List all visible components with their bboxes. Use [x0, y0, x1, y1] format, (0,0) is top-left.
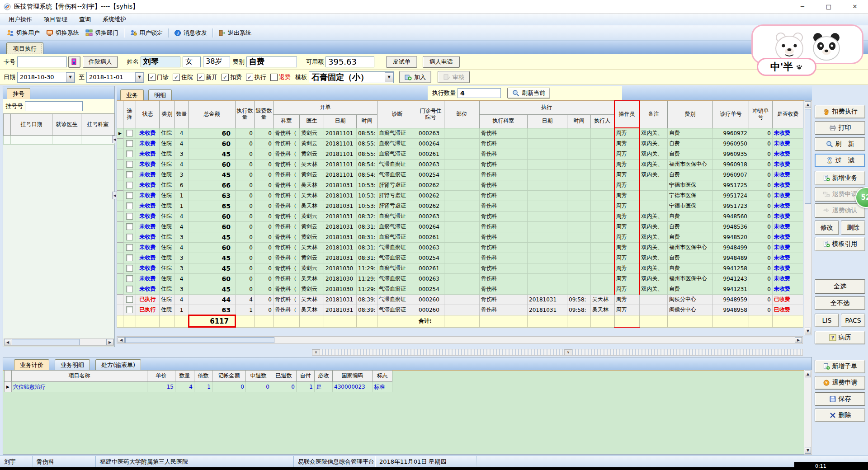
table-row[interactable]: 未收费住院46000骨伤科（吴天林2018110108:54:气滞血瘀证0002…	[117, 159, 803, 169]
row-checkbox[interactable]	[126, 150, 133, 157]
table-row[interactable]: 已执行住院16310骨伤科（吴天林2018103108:39:气滞血瘀证0002…	[117, 305, 803, 315]
table-row[interactable]: 未收费住院46000骨伤科（黄剑云2018110108:55:血瘀气滞证0002…	[117, 138, 803, 149]
business-vscrollbar[interactable]: ▲ ▼	[804, 100, 812, 335]
select-checkbox-cell[interactable]	[123, 211, 136, 221]
patient-phone-button[interactable]: 病人电话	[423, 56, 460, 68]
refund-apply-button[interactable]: ¥退费申请	[815, 376, 865, 390]
scroll-thumb[interactable]	[125, 337, 274, 343]
deduct-execute-button[interactable]: 扣费执行	[815, 105, 865, 118]
row-checkbox[interactable]	[126, 140, 133, 147]
row-checkbox[interactable]	[126, 286, 133, 292]
pacs-button[interactable]: PACS	[841, 314, 865, 327]
template-select[interactable]: 石膏固定（小）▼	[309, 71, 394, 83]
checkbox-扣费[interactable]: ✓	[222, 74, 229, 81]
minimize-button[interactable]: ─	[789, 0, 816, 14]
business-hscrollbar[interactable]: ◀ ▶	[117, 336, 803, 344]
select-checkbox-cell[interactable]	[123, 273, 136, 284]
exec-quantity-input[interactable]	[458, 88, 501, 98]
exit-system-button[interactable]: 退出系统	[215, 27, 255, 39]
row-checkbox[interactable]	[126, 202, 133, 209]
select-checkbox-cell[interactable]	[123, 263, 136, 273]
splitter-collapse-icon[interactable]: ∨	[312, 349, 320, 355]
row-checkbox[interactable]	[126, 234, 133, 240]
table-row[interactable]: 已执行住院44440骨伤科（吴天林2018103108:39:气滞血瘀证0002…	[117, 294, 803, 305]
select-checkbox-cell[interactable]	[123, 169, 136, 180]
row-checkbox[interactable]	[126, 265, 133, 272]
switch-user-button[interactable]: 切换用户	[4, 27, 43, 39]
card-lookup-button[interactable]	[68, 56, 80, 68]
save-button[interactable]: 保存	[815, 392, 865, 406]
select-checkbox-cell[interactable]	[123, 138, 136, 149]
checkbox-门诊[interactable]: ✓	[148, 74, 156, 81]
table-row[interactable]: ▶未收费住院46000骨伤科（黄剑云2018110108:55:血瘀气滞证000…	[117, 128, 803, 138]
registration-hscrollbar[interactable]: ◀ ▶	[4, 338, 114, 346]
scroll-up-icon[interactable]: ▲	[805, 371, 811, 377]
switch-department-button[interactable]: 切换部门	[82, 27, 122, 39]
inpatient-button[interactable]: 住院病人	[83, 56, 118, 68]
scroll-thumb[interactable]	[805, 109, 811, 204]
checkbox-住院[interactable]: ✓	[173, 74, 180, 81]
tab-business-pricing[interactable]: 业务计价	[14, 359, 49, 370]
row-checkbox[interactable]	[126, 213, 133, 220]
table-row[interactable]: 未收费住院46000骨伤科（黄剑云2018103108:32:血瘀气滞证0002…	[117, 211, 803, 221]
table-row[interactable]: 未收费住院16500骨伤科（吴天林2018103110:53:肝肾亏虚证0002…	[117, 201, 803, 211]
table-row[interactable]: 未收费住院66600骨伤科（吴天林2018103110:53:肝肾亏虚证0002…	[117, 180, 803, 190]
switch-system-button[interactable]: 切换系统	[43, 27, 82, 39]
row-checkbox[interactable]	[126, 171, 133, 178]
row-checkbox[interactable]	[126, 244, 133, 251]
tab-prescription[interactable]: 处方(输液单)	[95, 359, 141, 370]
template-quote-button[interactable]: 模板引用	[815, 237, 865, 251]
table-row[interactable]: 未收费住院34500骨伤科（黄剑云2018110108:55:血瘀气滞证0002…	[117, 149, 803, 159]
select-checkbox-cell[interactable]	[123, 242, 136, 253]
select-checkbox-cell[interactable]	[123, 201, 136, 211]
select-checkbox-cell[interactable]	[123, 128, 136, 138]
skin-test-button[interactable]: 皮试单	[386, 56, 417, 68]
row-checkbox[interactable]	[126, 223, 133, 230]
modify-button[interactable]: 修改	[815, 221, 839, 235]
scroll-left-icon[interactable]: ◀	[118, 337, 125, 343]
splitter-collapse-icon[interactable]: ∨	[564, 349, 572, 355]
scroll-thumb[interactable]	[12, 339, 80, 345]
row-checkbox[interactable]	[126, 192, 133, 199]
checkbox-执行[interactable]: ✓	[246, 74, 253, 81]
table-row[interactable]: 未收费住院16300骨伤科（吴天林2018103110:53:肝肾亏虚证0002…	[117, 190, 803, 201]
message-button[interactable]: i消息收发	[171, 27, 210, 39]
select-checkbox-cell[interactable]	[123, 159, 136, 169]
menu-user-operations[interactable]: 用户操作	[3, 14, 38, 25]
table-row[interactable]: 未收费住院34500骨伤科（黄剑云2018103011:29:血瘀气滞证0002…	[117, 263, 803, 273]
row-checkbox[interactable]	[126, 161, 133, 168]
scroll-down-icon[interactable]: ▼	[805, 447, 811, 454]
row-checkbox[interactable]	[126, 182, 133, 188]
scroll-right-icon[interactable]: ▶	[106, 339, 113, 345]
checkbox-新开[interactable]: ✓	[197, 74, 204, 81]
table-row[interactable]: ▶穴位贴敷治疗15410001是430000023标准	[5, 382, 392, 392]
select-checkbox-cell[interactable]	[123, 190, 136, 201]
chevron-down-icon[interactable]: ▼	[385, 72, 393, 82]
delete-button[interactable]: 删除	[815, 409, 865, 422]
menu-query[interactable]: 查询	[73, 14, 97, 25]
scroll-right-icon[interactable]: ▶	[795, 337, 802, 343]
tab-business-detail[interactable]: 业务明细	[55, 359, 90, 370]
table-row[interactable]: 未收费住院34500骨伤科（黄剑云2018103108:31:气滞血瘀证0002…	[117, 253, 803, 263]
select-checkbox-cell[interactable]	[123, 221, 136, 232]
filter-button[interactable]: 过 滤	[815, 154, 865, 167]
refresh-current-button[interactable]: 刷新当前	[507, 88, 550, 99]
row-checkbox[interactable]	[126, 254, 133, 261]
tab-business[interactable]: 业务	[120, 89, 144, 100]
scroll-up-icon[interactable]: ▲	[805, 101, 811, 108]
print-button[interactable]: 打印	[815, 121, 865, 135]
card-no-input[interactable]	[17, 56, 67, 67]
add-button[interactable]: 加入	[399, 71, 431, 83]
table-row[interactable]: 未收费住院34500骨伤科（黄剑云2018103011:29:气滞血瘀证0002…	[117, 284, 803, 294]
row-checkbox[interactable]	[126, 130, 133, 136]
select-checkbox-cell[interactable]	[123, 180, 136, 190]
tab-detail[interactable]: 明细	[148, 89, 172, 100]
table-row[interactable]: 未收费住院34500骨伤科（黄剑云2018110108:54:气滞血瘀证0002…	[117, 169, 803, 180]
add-business-button[interactable]: 新增业务	[815, 171, 865, 185]
date-to-select[interactable]: 2018-11-01▼	[86, 72, 144, 83]
select-checkbox-cell[interactable]	[123, 149, 136, 159]
table-row[interactable]: 未收费住院46000骨伤科（吴天林2018103108:31:气滞血瘀证0002…	[117, 242, 803, 253]
select-checkbox-cell[interactable]	[123, 253, 136, 263]
medical-record-button[interactable]: ?病历	[815, 331, 865, 344]
select-none-button[interactable]: 全不选	[815, 296, 865, 310]
